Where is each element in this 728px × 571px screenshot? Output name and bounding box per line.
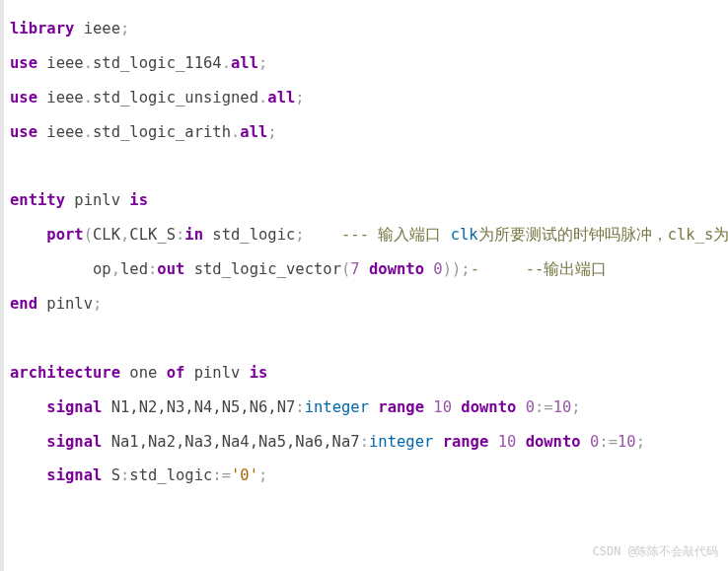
dot: .: [222, 54, 231, 72]
code-line: use ieee.std_logic_1164.all;: [10, 46, 718, 81]
keyword-signal: signal: [46, 466, 102, 484]
csdn-watermark: CSDN @陈陈不会敲代码: [593, 538, 718, 565]
identifier: std_logic_arith: [93, 123, 231, 141]
comma: ,: [120, 226, 129, 244]
paren-open: (: [341, 260, 350, 278]
dot: .: [84, 89, 93, 107]
code-line: signal N1,N2,N3,N4,N5,N6,N7:integer rang…: [10, 391, 718, 425]
comment-dash: ---: [341, 226, 369, 244]
identifier: ieee: [37, 54, 84, 72]
identifier: pinlv: [37, 295, 93, 313]
dot: .: [84, 54, 93, 72]
identifier: std_logic_1164: [93, 54, 222, 72]
keyword-out: out: [157, 260, 184, 278]
semicolon: ;: [267, 123, 276, 141]
identifier: Na1,Na2,Na3,Na4,Na5,Na6,Na7: [102, 433, 359, 451]
number: 10: [498, 433, 517, 451]
indent: [10, 466, 46, 484]
literal: '0': [231, 466, 258, 484]
indent: [10, 398, 46, 416]
keyword-signal: signal: [46, 398, 102, 416]
semicolon: ;: [636, 433, 645, 451]
keyword-all: all: [231, 54, 258, 72]
keyword-downto: downto: [516, 433, 590, 451]
code-line: signal Na1,Na2,Na3,Na4,Na5,Na6,Na7:integ…: [10, 425, 718, 460]
identifier: CLK_S: [129, 226, 176, 244]
indent: [10, 226, 46, 244]
identifier: ieee: [37, 89, 84, 107]
assign: :=: [535, 398, 553, 416]
code-line: op,led:out std_logic_vector(7 downto 0))…: [10, 252, 718, 287]
space: [479, 260, 526, 278]
keyword-architecture: architecture: [10, 364, 120, 382]
identifier: N1,N2,N3,N4,N5,N6,N7: [102, 398, 295, 416]
identifier: std_logic_vector: [184, 260, 341, 278]
code-line: library ieee;: [10, 12, 718, 46]
code-line: use ieee.std_logic_unsigned.all;: [10, 81, 718, 115]
comment-ref: clk_s: [668, 226, 714, 244]
dot: .: [84, 123, 93, 141]
comment-dash: -: [471, 260, 479, 278]
keyword-is: is: [250, 364, 268, 382]
number: 7: [350, 260, 359, 278]
indent: [10, 260, 93, 278]
colon: :: [148, 260, 157, 278]
semicolon: ;: [295, 89, 304, 107]
semicolon: ;: [258, 54, 267, 72]
dot: .: [231, 123, 240, 141]
assign: :=: [212, 466, 231, 484]
keyword-entity: entity: [10, 191, 65, 209]
paren-close: )): [443, 260, 462, 278]
indent: [10, 433, 46, 451]
keyword-all: all: [240, 123, 267, 141]
keyword-of: of: [167, 364, 185, 382]
identifier: S: [102, 466, 120, 484]
number: 10: [553, 398, 572, 416]
semicolon: ;: [571, 398, 580, 416]
semicolon: ;: [120, 20, 129, 37]
comment-text: 输入端口: [369, 226, 451, 244]
keyword-range: range: [433, 433, 497, 451]
identifier: led: [120, 260, 148, 278]
keyword-in: in: [184, 226, 203, 244]
code-line: use ieee.std_logic_arith.all;: [10, 115, 718, 150]
colon: :: [295, 398, 304, 416]
colon: :: [120, 466, 129, 484]
keyword-range: range: [369, 398, 433, 416]
comment-text: 输出端口: [544, 260, 607, 278]
semicolon: ;: [461, 260, 470, 278]
number: 10: [618, 433, 636, 451]
number: 0: [526, 398, 535, 416]
identifier: one: [120, 364, 167, 382]
semicolon: ;: [258, 466, 267, 484]
code-line: entity pinlv is: [10, 183, 718, 218]
identifier: ieee: [74, 20, 120, 37]
assign: :=: [599, 433, 618, 451]
keyword-signal: signal: [46, 433, 102, 451]
blank-line: [10, 150, 718, 184]
comment-dash: --: [526, 260, 545, 278]
identifier: CLK: [93, 226, 120, 244]
comment-ref: clk: [451, 226, 478, 244]
number: 10: [433, 398, 452, 416]
identifier: std_logic_unsigned: [93, 89, 258, 107]
code-line: signal S:std_logic:='0';: [10, 459, 718, 493]
identifier: ieee: [37, 123, 84, 141]
identifier: pinlv: [184, 364, 249, 382]
code-block: library ieee; use ieee.std_logic_1164.al…: [10, 12, 718, 493]
keyword-use: use: [10, 89, 37, 107]
identifier: std_logic: [203, 226, 295, 244]
keyword-use: use: [10, 54, 37, 72]
type: integer: [305, 398, 369, 416]
keyword-all: all: [267, 89, 295, 107]
comment-text: 为所要测试的时钟吗脉冲，: [478, 226, 668, 244]
type: std_logic: [129, 466, 212, 484]
keyword-downto: downto: [452, 398, 526, 416]
keyword-library: library: [10, 20, 74, 37]
number: 0: [433, 260, 442, 278]
code-line: architecture one of pinlv is: [10, 356, 718, 391]
colon: :: [176, 226, 184, 244]
keyword-end: end: [10, 295, 37, 313]
semicolon: ;: [93, 295, 102, 313]
paren-open: (: [84, 226, 93, 244]
